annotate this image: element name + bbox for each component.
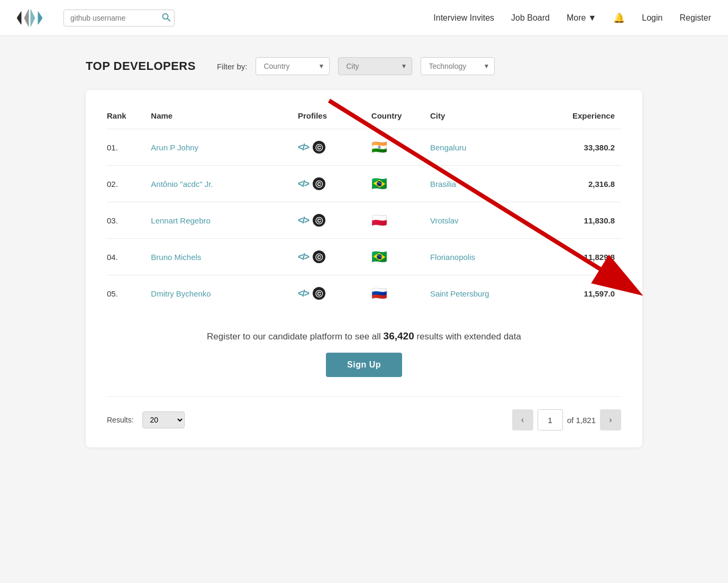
col-profiles: Profiles xyxy=(298,107,371,129)
experience-cell: 11,829.8 xyxy=(548,239,621,275)
table-row: 03. Lennart Regebro </> ⓒ 🇵🇱 Vrotslav 11… xyxy=(107,202,621,239)
profiles-cell: </> ⓒ xyxy=(298,239,371,275)
svg-marker-2 xyxy=(24,10,29,26)
svg-marker-3 xyxy=(31,10,35,26)
search-wrap xyxy=(63,10,175,26)
nav-login[interactable]: Login xyxy=(642,13,662,23)
profiles-cell: </> ⓒ xyxy=(298,129,371,166)
next-page-button[interactable]: › xyxy=(600,409,621,430)
github-profile-icon[interactable]: ⓒ xyxy=(313,250,325,263)
results-per-page-select[interactable]: 20 50 100 xyxy=(142,411,185,428)
logo[interactable] xyxy=(17,7,42,29)
codingrank-profile-icon[interactable]: </> xyxy=(298,288,308,299)
signup-button[interactable]: Sign Up xyxy=(326,353,402,377)
search-button[interactable] xyxy=(162,13,170,23)
register-banner: Register to our candidate platform to se… xyxy=(107,311,621,392)
flag-cell: 🇵🇱 xyxy=(371,202,430,239)
main-content: TOP DEVELOPERS Filter by: Country ▼ City… xyxy=(73,36,655,469)
github-profile-icon[interactable]: ⓒ xyxy=(313,287,325,300)
notification-bell-icon[interactable]: 🔔 xyxy=(613,12,625,24)
search-input[interactable] xyxy=(63,10,175,26)
flag-cell: 🇮🇳 xyxy=(371,129,430,166)
results-label: Results: xyxy=(107,416,134,424)
svg-marker-0 xyxy=(17,12,21,24)
rank-cell: 04. xyxy=(107,239,151,275)
experience-cell: 11,597.0 xyxy=(548,275,621,312)
name-cell[interactable]: Dmitry Bychenko xyxy=(151,275,298,312)
rank-cell: 02. xyxy=(107,166,151,202)
page-title: TOP DEVELOPERS xyxy=(86,59,196,73)
name-cell[interactable]: Lennart Regebro xyxy=(151,202,298,239)
svg-text:ⓒ: ⓒ xyxy=(315,217,323,225)
codingrank-profile-icon[interactable]: </> xyxy=(298,252,308,263)
col-experience: Experience xyxy=(548,107,621,129)
flag-cell: 🇷🇺 xyxy=(371,275,430,312)
register-text: Register to our candidate platform to se… xyxy=(207,331,521,342)
profiles-cell: </> ⓒ xyxy=(298,166,371,202)
col-rank: Rank xyxy=(107,107,151,129)
table-row: 01. Arun P Johny </> ⓒ 🇮🇳 Bengaluru 33,3… xyxy=(107,129,621,166)
country-filter[interactable]: Country xyxy=(256,57,330,75)
country-filter-wrap: Country ▼ xyxy=(256,57,330,75)
city-cell[interactable]: Saint Petersburg xyxy=(430,275,548,312)
pagination-bar: Results: 20 50 100 ‹ of 1,821 › xyxy=(107,396,621,430)
rank-cell: 03. xyxy=(107,202,151,239)
svg-text:ⓒ: ⓒ xyxy=(315,253,323,262)
city-cell[interactable]: Brasilia xyxy=(430,166,548,202)
city-cell[interactable]: Bengaluru xyxy=(430,129,548,166)
svg-line-5 xyxy=(168,19,170,21)
nav-job-board[interactable]: Job Board xyxy=(511,13,550,23)
developers-table: Rank Name Profiles Country City Experien… xyxy=(107,107,621,311)
table-row: 05. Dmitry Bychenko </> ⓒ 🇷🇺 Saint Peter… xyxy=(107,275,621,312)
profiles-cell: </> ⓒ xyxy=(298,275,371,312)
chevron-down-icon: ▼ xyxy=(588,13,596,23)
nav-interview-invites[interactable]: Interview Invites xyxy=(433,13,494,23)
city-cell[interactable]: Florianopolis xyxy=(430,239,548,275)
experience-cell: 2,316.8 xyxy=(548,166,621,202)
pagination-controls: ‹ of 1,821 › xyxy=(512,409,621,430)
prev-page-button[interactable]: ‹ xyxy=(512,409,533,430)
svg-text:ⓒ: ⓒ xyxy=(315,290,323,298)
name-cell[interactable]: Bruno Michels xyxy=(151,239,298,275)
developers-card: Rank Name Profiles Country City Experien… xyxy=(86,90,642,447)
profiles-cell: </> ⓒ xyxy=(298,202,371,239)
rank-cell: 01. xyxy=(107,129,151,166)
name-cell[interactable]: Arun P Johny xyxy=(151,129,298,166)
result-count: 36,420 xyxy=(384,330,414,342)
table-row: 04. Bruno Michels </> ⓒ 🇧🇷 Florianopolis… xyxy=(107,239,621,275)
github-profile-icon[interactable]: ⓒ xyxy=(313,177,325,190)
github-profile-icon[interactable]: ⓒ xyxy=(313,214,325,227)
experience-cell: 11,830.8 xyxy=(548,202,621,239)
col-country: Country xyxy=(371,107,430,129)
results-per-page-wrap: 20 50 100 xyxy=(142,411,185,428)
table-row: 02. Antônio "acdc" Jr. </> ⓒ 🇧🇷 Brasilia… xyxy=(107,166,621,202)
col-city: City xyxy=(430,107,548,129)
city-filter-wrap: City ▼ xyxy=(338,57,412,75)
name-cell[interactable]: Antônio "acdc" Jr. xyxy=(151,166,298,202)
col-name: Name xyxy=(151,107,298,129)
page-number-input[interactable] xyxy=(538,409,563,430)
total-pages: of 1,821 xyxy=(567,416,596,425)
nav-links: Interview Invites Job Board More ▼ 🔔 Log… xyxy=(433,12,711,24)
codingrank-profile-icon[interactable]: </> xyxy=(298,178,308,190)
filter-label: Filter by: xyxy=(217,62,248,71)
navbar: Interview Invites Job Board More ▼ 🔔 Log… xyxy=(0,0,728,36)
experience-cell: 33,380.2 xyxy=(548,129,621,166)
city-filter[interactable]: City xyxy=(338,57,412,75)
nav-more[interactable]: More ▼ xyxy=(567,13,596,23)
technology-filter[interactable]: Technology xyxy=(421,57,495,75)
filter-header: TOP DEVELOPERS Filter by: Country ▼ City… xyxy=(86,57,642,75)
flag-cell: 🇧🇷 xyxy=(371,239,430,275)
rank-cell: 05. xyxy=(107,275,151,312)
codingrank-profile-icon[interactable]: </> xyxy=(298,142,308,153)
technology-filter-wrap: Technology ▼ xyxy=(421,57,495,75)
city-cell[interactable]: Vrotslav xyxy=(430,202,548,239)
github-profile-icon[interactable]: ⓒ xyxy=(313,141,325,154)
nav-register[interactable]: Register xyxy=(679,13,711,23)
flag-cell: 🇧🇷 xyxy=(371,166,430,202)
codingrank-profile-icon[interactable]: </> xyxy=(298,215,308,226)
svg-text:ⓒ: ⓒ xyxy=(315,180,323,189)
svg-text:ⓒ: ⓒ xyxy=(315,143,323,152)
svg-marker-1 xyxy=(38,12,42,24)
